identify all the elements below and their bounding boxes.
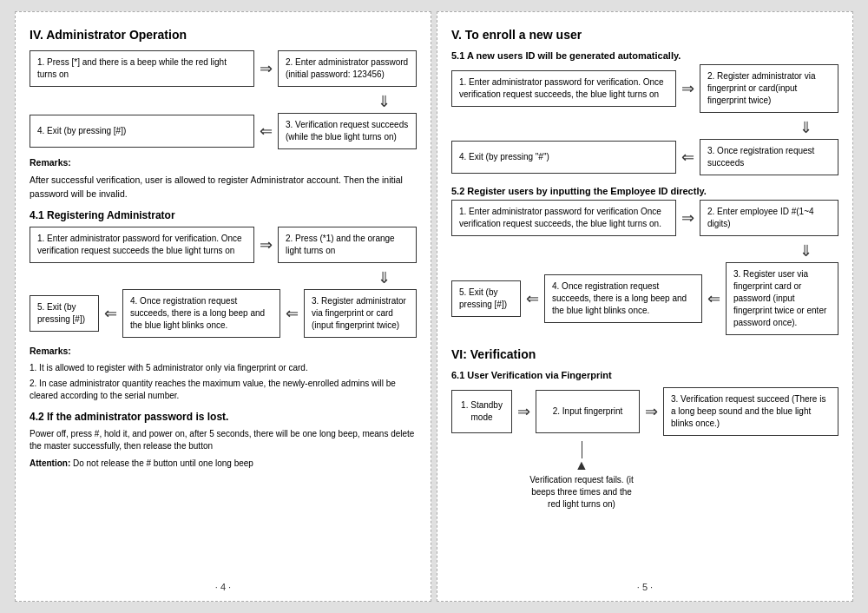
arrow-right-61a: ⇒ [517, 402, 530, 421]
arrow-down-52: ⇓ [451, 241, 838, 260]
fail-arrow-up: ▲ [575, 458, 589, 472]
flow52-box3: 3. Register user via fingerprint card or… [726, 262, 838, 335]
arrow-left-52b: ⇐ [707, 289, 720, 308]
remarks2: Remarks: 1. It is allowed to register wi… [30, 345, 417, 402]
right-page-num: · 5 · [637, 582, 653, 592]
flow1-box4: 4. Exit (by pressing [#]) [30, 115, 254, 148]
flow51-row1: 1. Enter administrator password for veri… [451, 64, 838, 113]
section42-title: 4.2 If the administrator password is los… [30, 411, 417, 423]
flow41-box5: 5. Exit (by pressing [#]) [30, 295, 99, 332]
arrow-right-61b: ⇒ [645, 402, 658, 421]
flow52-box2: 2. Enter employee ID #(1~4 digits) [700, 200, 838, 236]
section41-title: 4.1 Registering Administrator [30, 209, 417, 221]
section6-title: VI: Verification [451, 347, 838, 361]
page-right: V. To enroll a new user 5.1 A new users … [437, 11, 853, 602]
attention-text: Attention: Do not release the # button u… [30, 458, 417, 470]
section52-title: 5.2 Register users by inputting the Empl… [451, 186, 838, 196]
arrow-down-1: ⇓ [30, 92, 417, 111]
fail-branch: ▲ Verification request fails. (it beeps … [451, 441, 838, 511]
flow61-row1: 1. Standby mode ⇒ 2. Input fingerprint ⇒… [451, 387, 838, 436]
remarks2-line2: 2. In case administrator quantity reache… [30, 378, 417, 402]
flow41-box2: 2. Press (*1) and the orange light turns… [278, 227, 417, 263]
remarks1: Remarks: After successful verification, … [30, 156, 417, 201]
flow1-row2: 4. Exit (by pressing [#]) ⇐ 3. Verificat… [30, 113, 417, 149]
fail-text: Verification request fails. (it beeps th… [529, 474, 634, 511]
arrow-down-41: ⇓ [30, 268, 417, 287]
flow61-box3: 3. Verification request succeed (There i… [663, 387, 838, 436]
arrow-left-41a: ⇐ [104, 304, 117, 323]
pages-container: IV. Administrator Operation 1. Press [*]… [15, 11, 853, 602]
remarks2-line1: 1. It is allowed to register with 5 admi… [30, 362, 417, 374]
arrow-right-51: ⇒ [681, 79, 694, 98]
page-left: IV. Administrator Operation 1. Press [*]… [15, 11, 431, 602]
section61-title: 6.1 User Verification via Fingerprint [451, 370, 838, 380]
flow51-box4: 4. Exit (by pressing "#") [451, 141, 676, 174]
flow61-box1: 1. Standby mode [451, 390, 512, 433]
right-page-title: V. To enroll a new user [451, 28, 838, 42]
left-page-title: IV. Administrator Operation [30, 28, 417, 42]
flow1-box3: 3. Verification request succeeds (while … [278, 113, 417, 149]
flow51-box1: 1. Enter administrator password for veri… [451, 70, 676, 107]
flow41-box1: 1. Enter administrator password for veri… [30, 227, 254, 263]
left-page-num: · 4 · [215, 582, 231, 592]
flow1-section: 1. Press [*] and there is a beep while t… [30, 50, 417, 149]
flow52-box5: 5. Exit (by pressing [#]) [451, 280, 521, 317]
arrow-right-1: ⇒ [260, 59, 273, 78]
flow51-box2: 2. Register administrator via fingerprin… [700, 64, 838, 113]
section51-title: 5.1 A new users ID will be generated aut… [451, 50, 838, 61]
flow61-box2: 2. Input fingerprint [536, 390, 640, 433]
arrow-right-52: ⇒ [681, 208, 694, 227]
flow1-row1: 1. Press [*] and there is a beep while t… [30, 50, 417, 87]
arrow-left-52a: ⇐ [526, 289, 539, 308]
flow51-box3: 3. Once registration request succeeds [700, 139, 838, 175]
flow41-box3: 3. Register administrator via fingerprin… [304, 289, 417, 338]
flow61-section: 1. Standby mode ⇒ 2. Input fingerprint ⇒… [451, 387, 838, 511]
flow41-row2: 5. Exit (by pressing [#]) ⇐ 4. Once regi… [30, 289, 417, 338]
arrow-left-41b: ⇐ [286, 304, 299, 323]
section42-text: Power off, press #, hold it, and power o… [30, 428, 417, 452]
flow52-section: 1. Enter administrator password for veri… [451, 200, 838, 335]
flow51-row2: 4. Exit (by pressing "#") ⇐ 3. Once regi… [451, 139, 838, 175]
attention-label: Attention: [30, 458, 70, 468]
flow51-section: 1. Enter administrator password for veri… [451, 64, 838, 175]
flow1-box1: 1. Press [*] and there is a beep while t… [30, 50, 254, 87]
remarks2-title: Remarks: [30, 346, 71, 356]
flow41-row1: 1. Enter administrator password for veri… [30, 227, 417, 263]
remarks1-title: Remarks: [30, 157, 71, 168]
arrow-left-51: ⇐ [681, 148, 694, 167]
flow52-box4: 4. Once registration request succeeds, t… [544, 274, 702, 323]
flow52-row2: 5. Exit (by pressing [#]) ⇐ 4. Once regi… [451, 262, 838, 335]
flow41-section: 1. Enter administrator password for veri… [30, 227, 417, 338]
arrow-down-51: ⇓ [451, 118, 838, 137]
flow41-box4: 4. Once registration request succeeds, t… [122, 289, 280, 338]
flow52-row1: 1. Enter administrator password for veri… [451, 200, 838, 236]
flow1-box2: 2. Enter administrator password (initial… [278, 50, 417, 87]
flow52-box1: 1. Enter administrator password for veri… [451, 200, 676, 236]
arrow-left-1: ⇐ [260, 122, 273, 141]
fail-branch-visual: ▲ Verification request fails. (it beeps … [529, 441, 634, 511]
remarks1-text: After successful verification, user is a… [30, 174, 417, 201]
arrow-right-41: ⇒ [260, 235, 273, 254]
